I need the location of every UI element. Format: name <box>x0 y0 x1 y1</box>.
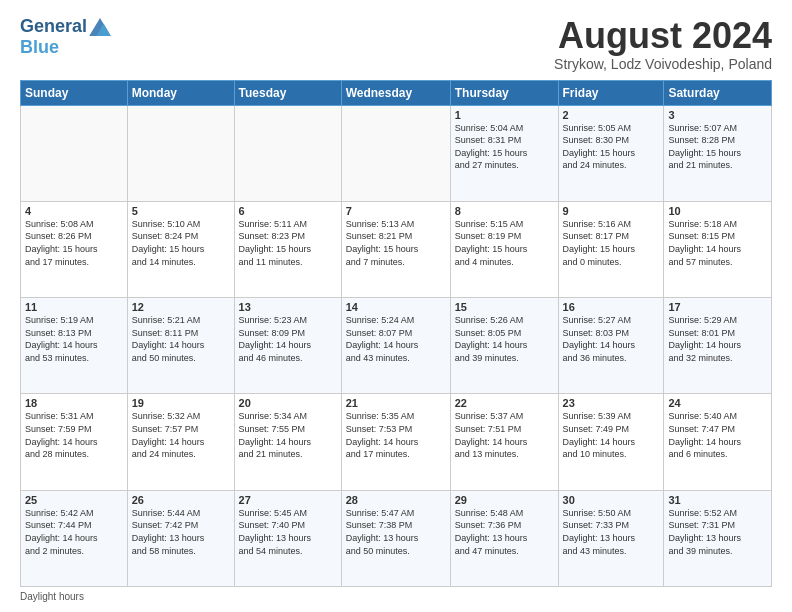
day-cell: 13Sunrise: 5:23 AM Sunset: 8:09 PM Dayli… <box>234 298 341 394</box>
day-info: Sunrise: 5:08 AM Sunset: 8:26 PM Dayligh… <box>25 218 123 268</box>
day-cell <box>21 105 128 201</box>
week-row-3: 11Sunrise: 5:19 AM Sunset: 8:13 PM Dayli… <box>21 298 772 394</box>
day-number: 11 <box>25 301 123 313</box>
day-number: 2 <box>563 109 660 121</box>
day-info: Sunrise: 5:40 AM Sunset: 7:47 PM Dayligh… <box>668 410 767 460</box>
day-cell: 7Sunrise: 5:13 AM Sunset: 8:21 PM Daylig… <box>341 201 450 297</box>
day-cell: 31Sunrise: 5:52 AM Sunset: 7:31 PM Dayli… <box>664 490 772 586</box>
day-cell: 1Sunrise: 5:04 AM Sunset: 8:31 PM Daylig… <box>450 105 558 201</box>
day-number: 18 <box>25 397 123 409</box>
day-info: Sunrise: 5:19 AM Sunset: 8:13 PM Dayligh… <box>25 314 123 364</box>
calendar-table: SundayMondayTuesdayWednesdayThursdayFrid… <box>20 80 772 587</box>
day-info: Sunrise: 5:45 AM Sunset: 7:40 PM Dayligh… <box>239 507 337 557</box>
day-cell: 9Sunrise: 5:16 AM Sunset: 8:17 PM Daylig… <box>558 201 664 297</box>
month-title: August 2024 <box>554 16 772 56</box>
logo: General Blue <box>20 16 111 58</box>
day-cell: 22Sunrise: 5:37 AM Sunset: 7:51 PM Dayli… <box>450 394 558 490</box>
day-cell: 10Sunrise: 5:18 AM Sunset: 8:15 PM Dayli… <box>664 201 772 297</box>
day-cell: 6Sunrise: 5:11 AM Sunset: 8:23 PM Daylig… <box>234 201 341 297</box>
day-number: 10 <box>668 205 767 217</box>
day-number: 20 <box>239 397 337 409</box>
day-cell: 28Sunrise: 5:47 AM Sunset: 7:38 PM Dayli… <box>341 490 450 586</box>
day-number: 4 <box>25 205 123 217</box>
day-info: Sunrise: 5:16 AM Sunset: 8:17 PM Dayligh… <box>563 218 660 268</box>
day-number: 17 <box>668 301 767 313</box>
day-number: 24 <box>668 397 767 409</box>
day-number: 8 <box>455 205 554 217</box>
day-cell: 24Sunrise: 5:40 AM Sunset: 7:47 PM Dayli… <box>664 394 772 490</box>
day-cell: 30Sunrise: 5:50 AM Sunset: 7:33 PM Dayli… <box>558 490 664 586</box>
day-number: 30 <box>563 494 660 506</box>
logo-icon <box>89 18 111 36</box>
day-info: Sunrise: 5:35 AM Sunset: 7:53 PM Dayligh… <box>346 410 446 460</box>
day-header-friday: Friday <box>558 80 664 105</box>
day-number: 12 <box>132 301 230 313</box>
day-number: 19 <box>132 397 230 409</box>
day-number: 26 <box>132 494 230 506</box>
day-cell: 19Sunrise: 5:32 AM Sunset: 7:57 PM Dayli… <box>127 394 234 490</box>
day-cell: 8Sunrise: 5:15 AM Sunset: 8:19 PM Daylig… <box>450 201 558 297</box>
daylight-note: Daylight hours <box>20 591 84 602</box>
calendar-body: 1Sunrise: 5:04 AM Sunset: 8:31 PM Daylig… <box>21 105 772 586</box>
calendar-header: SundayMondayTuesdayWednesdayThursdayFrid… <box>21 80 772 105</box>
day-info: Sunrise: 5:11 AM Sunset: 8:23 PM Dayligh… <box>239 218 337 268</box>
day-info: Sunrise: 5:27 AM Sunset: 8:03 PM Dayligh… <box>563 314 660 364</box>
day-number: 21 <box>346 397 446 409</box>
title-area: August 2024 Strykow, Lodz Voivodeship, P… <box>554 16 772 72</box>
day-info: Sunrise: 5:34 AM Sunset: 7:55 PM Dayligh… <box>239 410 337 460</box>
day-cell: 2Sunrise: 5:05 AM Sunset: 8:30 PM Daylig… <box>558 105 664 201</box>
day-number: 31 <box>668 494 767 506</box>
day-number: 25 <box>25 494 123 506</box>
day-info: Sunrise: 5:29 AM Sunset: 8:01 PM Dayligh… <box>668 314 767 364</box>
day-info: Sunrise: 5:15 AM Sunset: 8:19 PM Dayligh… <box>455 218 554 268</box>
day-number: 14 <box>346 301 446 313</box>
day-cell: 14Sunrise: 5:24 AM Sunset: 8:07 PM Dayli… <box>341 298 450 394</box>
day-header-sunday: Sunday <box>21 80 128 105</box>
day-info: Sunrise: 5:21 AM Sunset: 8:11 PM Dayligh… <box>132 314 230 364</box>
day-info: Sunrise: 5:37 AM Sunset: 7:51 PM Dayligh… <box>455 410 554 460</box>
day-info: Sunrise: 5:07 AM Sunset: 8:28 PM Dayligh… <box>668 122 767 172</box>
header-row: SundayMondayTuesdayWednesdayThursdayFrid… <box>21 80 772 105</box>
day-cell: 20Sunrise: 5:34 AM Sunset: 7:55 PM Dayli… <box>234 394 341 490</box>
week-row-1: 1Sunrise: 5:04 AM Sunset: 8:31 PM Daylig… <box>21 105 772 201</box>
day-header-saturday: Saturday <box>664 80 772 105</box>
day-cell: 4Sunrise: 5:08 AM Sunset: 8:26 PM Daylig… <box>21 201 128 297</box>
day-number: 13 <box>239 301 337 313</box>
day-cell: 23Sunrise: 5:39 AM Sunset: 7:49 PM Dayli… <box>558 394 664 490</box>
day-cell <box>234 105 341 201</box>
day-info: Sunrise: 5:05 AM Sunset: 8:30 PM Dayligh… <box>563 122 660 172</box>
day-cell: 11Sunrise: 5:19 AM Sunset: 8:13 PM Dayli… <box>21 298 128 394</box>
day-cell: 21Sunrise: 5:35 AM Sunset: 7:53 PM Dayli… <box>341 394 450 490</box>
day-cell: 17Sunrise: 5:29 AM Sunset: 8:01 PM Dayli… <box>664 298 772 394</box>
day-info: Sunrise: 5:47 AM Sunset: 7:38 PM Dayligh… <box>346 507 446 557</box>
day-header-monday: Monday <box>127 80 234 105</box>
day-info: Sunrise: 5:42 AM Sunset: 7:44 PM Dayligh… <box>25 507 123 557</box>
day-cell: 26Sunrise: 5:44 AM Sunset: 7:42 PM Dayli… <box>127 490 234 586</box>
day-number: 1 <box>455 109 554 121</box>
day-header-wednesday: Wednesday <box>341 80 450 105</box>
week-row-5: 25Sunrise: 5:42 AM Sunset: 7:44 PM Dayli… <box>21 490 772 586</box>
day-info: Sunrise: 5:26 AM Sunset: 8:05 PM Dayligh… <box>455 314 554 364</box>
day-number: 27 <box>239 494 337 506</box>
calendar: SundayMondayTuesdayWednesdayThursdayFrid… <box>20 80 772 587</box>
day-info: Sunrise: 5:48 AM Sunset: 7:36 PM Dayligh… <box>455 507 554 557</box>
day-cell: 12Sunrise: 5:21 AM Sunset: 8:11 PM Dayli… <box>127 298 234 394</box>
day-number: 28 <box>346 494 446 506</box>
header: General Blue August 2024 Strykow, Lodz V… <box>20 16 772 72</box>
day-number: 15 <box>455 301 554 313</box>
day-cell: 16Sunrise: 5:27 AM Sunset: 8:03 PM Dayli… <box>558 298 664 394</box>
day-info: Sunrise: 5:23 AM Sunset: 8:09 PM Dayligh… <box>239 314 337 364</box>
logo-blue-text: Blue <box>20 37 59 58</box>
logo-general-text: General <box>20 16 87 37</box>
day-info: Sunrise: 5:52 AM Sunset: 7:31 PM Dayligh… <box>668 507 767 557</box>
week-row-4: 18Sunrise: 5:31 AM Sunset: 7:59 PM Dayli… <box>21 394 772 490</box>
day-info: Sunrise: 5:10 AM Sunset: 8:24 PM Dayligh… <box>132 218 230 268</box>
day-cell: 3Sunrise: 5:07 AM Sunset: 8:28 PM Daylig… <box>664 105 772 201</box>
day-number: 16 <box>563 301 660 313</box>
day-info: Sunrise: 5:04 AM Sunset: 8:31 PM Dayligh… <box>455 122 554 172</box>
day-number: 23 <box>563 397 660 409</box>
day-cell <box>341 105 450 201</box>
day-cell: 15Sunrise: 5:26 AM Sunset: 8:05 PM Dayli… <box>450 298 558 394</box>
day-cell: 25Sunrise: 5:42 AM Sunset: 7:44 PM Dayli… <box>21 490 128 586</box>
week-row-2: 4Sunrise: 5:08 AM Sunset: 8:26 PM Daylig… <box>21 201 772 297</box>
